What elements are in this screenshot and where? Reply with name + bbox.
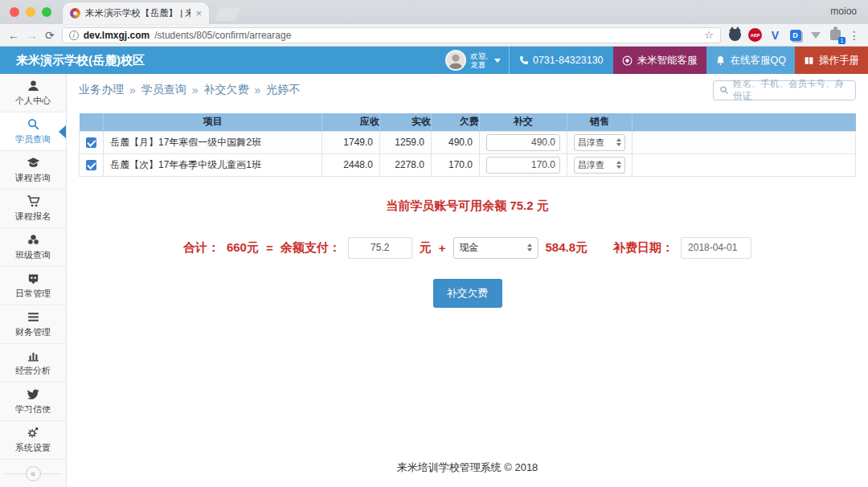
balance-pay-label: 余额支付： <box>280 240 341 256</box>
search-icon <box>27 117 40 131</box>
phone-icon <box>519 55 529 65</box>
browser-tab[interactable]: 来米演示学校【岳麓】 | 来米培 × <box>63 2 209 24</box>
breadcrumb-business[interactable]: 业务办理 <box>79 83 124 97</box>
robot-face-icon <box>27 272 40 285</box>
sidebar-item-course-consult[interactable]: 课程咨询 <box>0 151 66 190</box>
table-row: 岳麓【次】17年春季中级儿童画1班 2448.0 2278.0 170.0 昌淳… <box>80 153 856 176</box>
plus-sign: + <box>439 241 446 255</box>
student-search-input[interactable]: 姓名、手机、会员卡号、身份证 <box>713 80 856 100</box>
support-phone: 0731-84323130 <box>509 47 613 74</box>
browser-tab-bar: 来米演示学校【岳麓】 | 来米培 × moioo <box>0 0 868 24</box>
extension-icons: ABP V D 1 ⋮ <box>728 28 860 42</box>
balance-notice: 当前学员账号可用余额 75.2 元 <box>79 198 856 214</box>
sidebar: 个人中心 学员查询 课程咨询 课程报名 班级查询 日常管理 财务管理 经营分析 <box>0 74 67 487</box>
sidebar-item-study-messenger[interactable]: 学习信使 <box>0 383 66 421</box>
address-bar[interactable]: i dev.lmxgj.com/students/805/confirm/arr… <box>62 27 721 43</box>
group-balls-icon <box>27 233 40 247</box>
col-arrears: 欠费 <box>432 113 480 131</box>
payment-method-select[interactable]: 现金 <box>453 237 538 259</box>
row-checkbox[interactable] <box>86 160 96 170</box>
sidebar-collapse-row: « <box>0 460 66 487</box>
balance-pay-input[interactable] <box>348 237 412 259</box>
col-pay: 补交 <box>480 113 567 131</box>
table-row: 岳麓【月】17年寒假一级中国舞2班 1749.0 1259.0 490.0 昌淳… <box>80 131 856 153</box>
back-icon[interactable]: ← <box>8 30 19 41</box>
breadcrumb-pay-arrears[interactable]: 补交欠费 <box>204 83 249 97</box>
welcome-text: 欢迎,龙喜 <box>470 51 488 70</box>
pay-amount-input[interactable] <box>486 134 560 151</box>
adblock-extension-icon[interactable]: ABP <box>748 28 762 42</box>
arrears-value: 170.0 <box>432 153 480 176</box>
pay-amount-input[interactable] <box>486 157 560 174</box>
minimize-window-button[interactable] <box>26 7 35 17</box>
arrears-value: 490.0 <box>432 131 480 153</box>
manual-button[interactable]: 操作手册 <box>795 47 868 74</box>
list-lines-icon <box>27 310 40 324</box>
tab-close-icon[interactable]: × <box>195 7 202 19</box>
bird-icon <box>27 387 40 401</box>
sidebar-item-student-search[interactable]: 学员查询 <box>0 113 66 151</box>
sidebar-collapse-button[interactable]: « <box>26 466 41 481</box>
page-info-icon[interactable]: i <box>69 31 79 40</box>
col-receivable: 应收 <box>322 113 380 131</box>
col-sales: 销售 <box>567 113 633 131</box>
book-icon <box>804 55 814 66</box>
breadcrumb: 业务办理 » 学员查询 » 补交欠费 » 光婷不 <box>79 83 300 97</box>
pay-date-label: 补费日期： <box>613 240 674 256</box>
select-stepper-icon <box>527 244 532 252</box>
sales-select[interactable]: 昌淳查 <box>574 134 625 151</box>
cash-amount: 584.8元 <box>546 240 588 256</box>
table-header-row: 项目 应收 实收 欠费 补交 销售 <box>80 113 856 131</box>
select-stepper-icon <box>616 138 621 146</box>
url-domain: dev.lmxgj.com <box>84 30 149 41</box>
yuan-label: 元 <box>420 240 432 256</box>
breadcrumb-student-search[interactable]: 学员查询 <box>141 83 186 97</box>
submit-pay-arrears-button[interactable]: 补交欠费 <box>433 279 502 308</box>
receivable-value: 1749.0 <box>322 131 380 153</box>
breadcrumb-student-name: 光婷不 <box>266 83 300 97</box>
search-placeholder: 姓名、手机、会员卡号、身份证 <box>733 78 850 102</box>
received-value: 2278.0 <box>380 153 432 176</box>
sidebar-item-class-search[interactable]: 班级查询 <box>0 228 66 267</box>
total-value: 660元 <box>227 240 259 256</box>
translate-extension-icon[interactable]: D <box>788 28 802 42</box>
bookmark-star-icon[interactable]: ☆ <box>704 29 714 41</box>
sidebar-item-course-enroll[interactable]: 课程报名 <box>0 190 66 228</box>
cart-icon <box>27 194 40 208</box>
reload-icon[interactable]: ⟳ <box>45 30 55 41</box>
sidebar-item-system-settings[interactable]: 系统设置 <box>0 421 66 460</box>
sidebar-item-daily-management[interactable]: 日常管理 <box>0 267 66 305</box>
user-icon <box>27 79 40 92</box>
sales-select[interactable]: 昌淳查 <box>574 157 625 174</box>
forward-icon[interactable]: → <box>27 30 38 41</box>
graduation-cap-icon <box>27 156 40 170</box>
headset-icon <box>622 55 633 66</box>
url-path: /students/805/confirm/arrearage <box>154 30 291 41</box>
school-title: 来米演示学校(岳麓)校区 <box>0 47 145 74</box>
user-menu[interactable]: 欢迎,龙喜 <box>437 47 509 74</box>
cat-extension-icon[interactable] <box>728 28 742 42</box>
arrears-table: 项目 应收 实收 欠费 补交 销售 岳麓【月】17年寒假一级中国舞2班 1749… <box>79 113 856 177</box>
close-window-button[interactable] <box>10 7 19 17</box>
v-extension-icon[interactable]: V <box>768 28 782 42</box>
puzzle-extension-icon[interactable]: 1 <box>829 28 842 42</box>
smart-service-button[interactable]: 来米智能客服 <box>613 47 706 74</box>
dropdown-extension-icon[interactable] <box>809 28 822 42</box>
sidebar-item-personal-center[interactable]: 个人中心 <box>0 74 66 113</box>
project-name: 岳麓【次】17年春季中级儿童画1班 <box>104 153 322 176</box>
sidebar-item-business-analysis[interactable]: 经营分析 <box>0 344 66 383</box>
avatar <box>445 50 466 71</box>
tab-favicon-icon <box>70 8 80 18</box>
row-checkbox[interactable] <box>86 137 96 148</box>
window-controls <box>0 0 63 24</box>
payment-summary-row: 合计： 660元 = 余额支付： 元 + 现金 584.8元 补费日期： <box>79 237 856 259</box>
zoom-window-button[interactable] <box>42 7 51 17</box>
new-tab-button[interactable] <box>214 8 240 21</box>
browser-toolbar: ← → ⟳ i dev.lmxgj.com/students/805/confi… <box>0 24 868 47</box>
online-qq-service-button[interactable]: 在线客服QQ <box>706 47 795 74</box>
sidebar-item-finance-management[interactable]: 财务管理 <box>0 305 66 344</box>
equals-sign: = <box>266 241 273 255</box>
pay-date-input[interactable] <box>681 237 751 259</box>
browser-menu-icon[interactable]: ⋮ <box>849 29 860 42</box>
browser-profile-name[interactable]: moioo <box>830 6 857 17</box>
